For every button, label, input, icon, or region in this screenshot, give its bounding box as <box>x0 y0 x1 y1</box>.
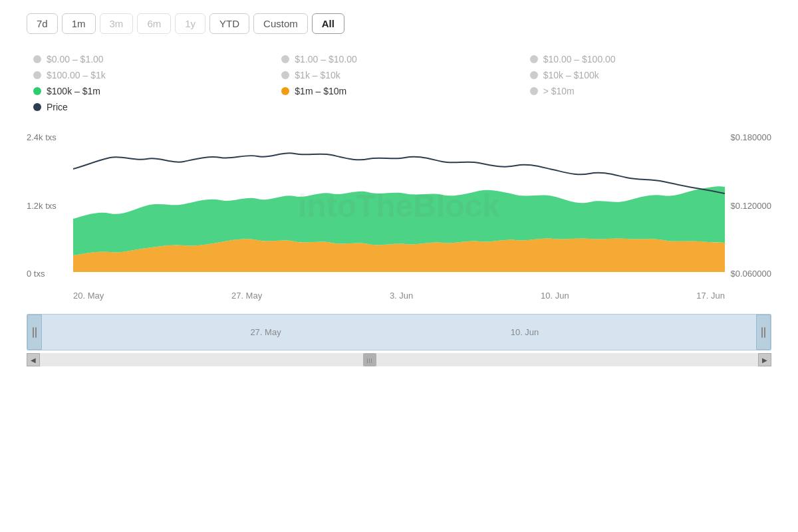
handle-line <box>764 327 765 338</box>
time-btn-1m[interactable]: 1m <box>62 13 96 34</box>
legend-dot-6 <box>33 87 41 95</box>
legend-item-8[interactable]: > $10m <box>530 86 765 96</box>
scrollbar-thumb[interactable]: ||| <box>363 353 376 366</box>
time-btn-1y: 1y <box>175 13 205 34</box>
legend-label-4: $1k – $10k <box>295 70 340 80</box>
handle-line <box>761 327 763 338</box>
legend-dot-7 <box>281 87 289 95</box>
x-axis: 20. May27. May3. Jun10. Jun17. Jun <box>27 285 771 301</box>
range-labels: 27. May 10. Jun <box>27 315 771 350</box>
scroll-left-arrow[interactable]: ◀ <box>27 353 40 366</box>
legend-item-2[interactable]: $10.00 – $100.00 <box>530 54 765 65</box>
legend-item-4[interactable]: $1k – $10k <box>281 70 516 80</box>
range-selector[interactable]: 27. May 10. Jun ◀ ||| ▶ <box>27 314 771 367</box>
legend-dot-4 <box>281 71 289 79</box>
y-left-bottom: 0 txs <box>27 269 57 279</box>
time-btn-3m: 3m <box>100 13 134 34</box>
legend-dot-9 <box>33 103 41 111</box>
legend-label-8: > $10m <box>543 86 575 96</box>
legend-item-1[interactable]: $1.00 – $10.00 <box>281 54 516 65</box>
legend-label-0: $0.00 – $1.00 <box>47 54 104 65</box>
time-filter-bar: 7d1m3m6m1yYTDCustomAll <box>27 13 771 34</box>
legend-label-7: $1m – $10m <box>295 86 346 96</box>
legend-label-2: $10.00 – $100.00 <box>543 54 616 65</box>
x-label-3: 10. Jun <box>541 291 569 301</box>
chart-area: 2.4k txs 1.2k txs 0 txs $0.180000 $0.120… <box>27 132 771 279</box>
scrollbar-track[interactable]: ◀ ||| ▶ <box>27 353 771 366</box>
legend-dot-5 <box>530 71 538 79</box>
x-label-4: 17. Jun <box>696 291 725 301</box>
range-label-end: 10. Jun <box>511 327 539 337</box>
handle-line <box>35 327 37 338</box>
chart-svg: intoTheBlock <box>73 132 725 279</box>
handle-line <box>33 327 34 338</box>
handle-lines-left <box>33 327 37 338</box>
y-right-bottom: $0.060000 <box>731 269 771 279</box>
time-btn-ytd[interactable]: YTD <box>209 13 249 34</box>
y-right-top: $0.180000 <box>731 132 771 142</box>
x-label-1: 27. May <box>231 291 262 301</box>
handle-lines-right <box>761 327 765 338</box>
chart-legend: $0.00 – $1.00$1.00 – $10.00$10.00 – $100… <box>27 54 771 112</box>
range-track[interactable]: 27. May 10. Jun <box>27 314 771 350</box>
time-btn-6m: 6m <box>137 13 171 34</box>
legend-label-1: $1.00 – $10.00 <box>295 54 356 65</box>
legend-item-5[interactable]: $10k – $100k <box>530 70 765 80</box>
legend-dot-1 <box>281 55 289 63</box>
legend-dot-2 <box>530 55 538 63</box>
time-btn-7d[interactable]: 7d <box>27 13 58 34</box>
legend-item-7[interactable]: $1m – $10m <box>281 86 516 96</box>
legend-item-3[interactable]: $100.00 – $1k <box>33 70 268 80</box>
y-right-mid: $0.120000 <box>731 201 771 211</box>
x-label-0: 20. May <box>73 291 104 301</box>
legend-item-9[interactable]: Price <box>33 102 268 112</box>
legend-label-9: Price <box>47 102 68 112</box>
legend-label-5: $10k – $100k <box>543 70 599 80</box>
y-left-mid: 1.2k txs <box>27 201 57 211</box>
legend-dot-0 <box>33 55 41 63</box>
legend-label-6: $100k – $1m <box>47 86 100 96</box>
x-label-2: 3. Jun <box>390 291 413 301</box>
legend-dot-3 <box>33 71 41 79</box>
y-axis-right: $0.180000 $0.120000 $0.060000 <box>731 132 771 279</box>
legend-label-3: $100.00 – $1k <box>47 70 106 80</box>
y-left-top: 2.4k txs <box>27 132 57 142</box>
time-btn-all[interactable]: All <box>312 13 344 34</box>
legend-item-0[interactable]: $0.00 – $1.00 <box>33 54 268 65</box>
range-label-start: 27. May <box>250 327 281 337</box>
y-axis-left: 2.4k txs 1.2k txs 0 txs <box>27 132 57 279</box>
legend-dot-8 <box>530 87 538 95</box>
legend-item-6[interactable]: $100k – $1m <box>33 86 268 96</box>
range-handle-left[interactable] <box>27 315 42 350</box>
range-handle-right[interactable] <box>756 315 771 350</box>
time-btn-custom[interactable]: Custom <box>253 13 308 34</box>
scroll-right-arrow[interactable]: ▶ <box>758 353 771 366</box>
scrollbar-inner: ||| <box>40 353 758 366</box>
